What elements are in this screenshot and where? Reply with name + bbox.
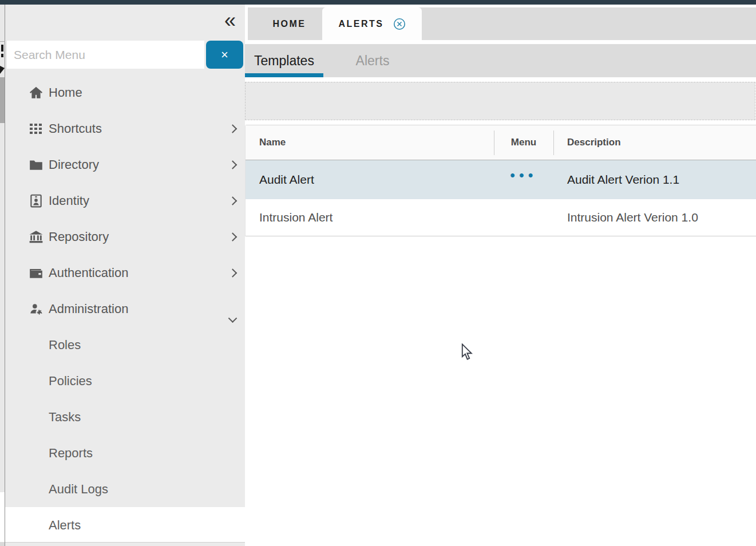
subtab-bar: Templates Alerts <box>245 44 756 77</box>
sidebar-item-directory[interactable]: Directory <box>5 147 245 183</box>
tab-alerts-label: ALERTS <box>339 19 384 29</box>
strip-scrollbar-thumb[interactable] <box>0 77 5 123</box>
table-row[interactable]: Intrusion Alert Intrusion Alert Verion 1… <box>246 199 756 236</box>
column-header-menu[interactable]: Menu <box>494 137 553 148</box>
column-separator[interactable] <box>494 130 494 155</box>
tab-home[interactable]: HOME <box>268 7 311 40</box>
sidebar-item-reports[interactable]: Reports <box>5 435 245 471</box>
strip-white-zone <box>0 492 5 542</box>
toolbar-empty-panel <box>245 82 755 120</box>
sidebar-item-label: Home <box>49 85 82 100</box>
search-input[interactable] <box>7 41 204 69</box>
sidebar-item-audit-logs[interactable]: Audit Logs <box>5 471 245 507</box>
search-clear-button[interactable]: × <box>206 41 243 69</box>
close-tab-icon[interactable] <box>393 18 406 30</box>
table-header-row: Name Menu Description <box>246 125 756 160</box>
sidebar-item-label: Roles <box>49 338 81 353</box>
cell-name: Audit Alert <box>246 173 494 187</box>
sidebar-item-policies[interactable]: Policies <box>5 363 245 399</box>
sidebar-item-repository[interactable]: Repository <box>5 219 245 255</box>
subtab-templates[interactable]: Templates <box>245 44 323 77</box>
chevron-right-icon <box>228 124 238 133</box>
sidebar-item-label: Reports <box>49 446 93 461</box>
sidebar-item-tasks[interactable]: Tasks <box>5 399 245 435</box>
sidebar-item-label: Directory <box>49 157 99 172</box>
strip-glyph <box>1 45 3 52</box>
sidebar-item-label: Authentication <box>49 266 128 280</box>
repository-icon <box>29 230 43 244</box>
sidebar-item-roles[interactable]: Roles <box>5 327 245 363</box>
background-window-sliver <box>0 5 5 546</box>
sidebar-item-label: Repository <box>49 230 109 244</box>
cell-name: Intrusion Alert <box>246 211 494 224</box>
column-header-name[interactable]: Name <box>246 137 494 148</box>
subtab-templates-label: Templates <box>254 53 314 69</box>
sidebar-item-label: Identity <box>49 193 89 208</box>
tab-bar: HOME ALERTS <box>245 5 756 40</box>
column-header-description[interactable]: Description <box>553 137 756 148</box>
sidebar-item-administration[interactable]: Administration <box>5 291 245 327</box>
sidebar-item-label: Policies <box>49 374 92 389</box>
authentication-icon <box>29 266 43 280</box>
chevron-right-icon <box>228 268 238 278</box>
templates-table: Name Menu Description Audit Alert ••• Au… <box>245 125 756 236</box>
sidebar-menu: Home Shortcuts Directory <box>5 74 245 543</box>
subtab-alerts[interactable]: Alerts <box>347 44 398 77</box>
sidebar-item-label: Alerts <box>49 518 81 533</box>
strip-wedge <box>0 66 5 74</box>
sidebar-item-authentication[interactable]: Authentication <box>5 255 245 291</box>
sidebar-item-shortcuts[interactable]: Shortcuts <box>5 110 245 147</box>
cell-description: Audit Alert Verion 1.1 <box>553 173 756 187</box>
home-icon <box>29 85 43 100</box>
chevron-right-icon <box>228 196 238 205</box>
sidebar-collapse-icon[interactable]: « <box>224 10 236 31</box>
strip-glyph <box>1 54 3 57</box>
active-subtab-underline <box>245 73 323 77</box>
sidebar-item-label: Administration <box>49 302 128 316</box>
app-window: « × Home Shortcuts <box>0 0 756 546</box>
sidebar-item-home[interactable]: Home <box>5 74 245 110</box>
table-row[interactable]: Audit Alert ••• Audit Alert Verion 1.1 <box>246 160 756 199</box>
administration-icon <box>29 302 43 316</box>
top-header-bar <box>0 0 756 5</box>
row-menu-button[interactable]: ••• <box>510 172 537 178</box>
sidebar-item-alerts[interactable]: Alerts <box>5 507 245 543</box>
cell-description: Intrusion Alert Verion 1.0 <box>553 211 756 224</box>
tab-alerts[interactable]: ALERTS <box>322 7 422 40</box>
chevron-right-icon <box>228 232 238 242</box>
chevron-right-icon <box>228 160 238 169</box>
chevron-down-icon <box>228 314 238 323</box>
sidebar-item-label: Audit Logs <box>49 482 108 497</box>
shortcuts-icon <box>29 121 43 136</box>
sidebar-item-label: Shortcuts <box>49 121 102 136</box>
subtab-alerts-label: Alerts <box>356 53 390 69</box>
sidebar-footer-strip <box>5 542 245 546</box>
sidebar-search: × <box>7 41 243 69</box>
directory-icon <box>29 157 43 172</box>
main-content: HOME ALERTS Templates Alerts Name <box>245 5 756 546</box>
strip-bottom-zone <box>0 542 5 546</box>
column-separator[interactable] <box>553 130 554 155</box>
sidebar-item-identity[interactable]: Identity <box>5 183 245 219</box>
sidebar-item-label: Tasks <box>49 410 81 425</box>
identity-icon <box>29 193 43 208</box>
strip-divider <box>0 41 5 42</box>
sidebar: « × Home Shortcuts <box>5 5 245 546</box>
